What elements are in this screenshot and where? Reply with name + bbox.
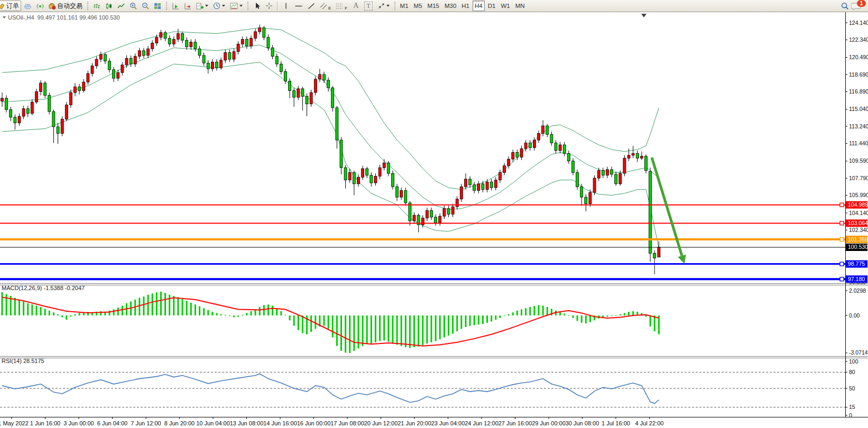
trendline-icon — [308, 3, 315, 10]
bar-chart-button[interactable] — [91, 1, 103, 11]
line-chart-button[interactable] — [115, 1, 127, 11]
horizontal-line-tool-button[interactable] — [292, 1, 305, 11]
macd-histogram-bar — [478, 315, 479, 324]
macd-histogram-bar — [362, 315, 364, 346]
vertical-line-tool-button[interactable] — [280, 1, 292, 11]
price-line-handle[interactable] — [840, 203, 844, 207]
cursor-tool-button[interactable] — [251, 1, 263, 11]
candle — [353, 172, 355, 184]
market-icon — [49, 3, 56, 10]
macd-histogram-bar — [2, 292, 3, 315]
time-axis-label: 17 Jun 08:00 — [330, 420, 364, 426]
label-tool-button[interactable]: T — [362, 1, 374, 11]
time-axis-label: 31 May 2022 — [0, 420, 29, 426]
price-line-handle[interactable] — [840, 277, 844, 281]
time-axis-label: 10 Jun 04:00 — [196, 420, 230, 426]
bar-chart-icon — [93, 3, 100, 10]
macd-histogram-bar — [495, 315, 496, 320]
macd-histogram-bar — [143, 296, 144, 315]
chart-shift-marker[interactable] — [641, 14, 647, 17]
zoom-in-button[interactable] — [127, 1, 139, 11]
text-tool-button[interactable]: A — [350, 1, 362, 11]
macd-histogram-bar — [109, 311, 110, 315]
notification-badge[interactable]: 1 — [857, 0, 866, 7]
fibonacci-tool-label: F — [345, 6, 347, 11]
arrows-tool-button[interactable] — [375, 1, 392, 11]
macd-histogram-bar — [572, 315, 574, 318]
candle — [653, 253, 656, 258]
cloud-icon — [24, 3, 32, 10]
candle — [245, 39, 248, 46]
macd-histogram-bar — [491, 315, 492, 322]
timeframe-button-m5[interactable]: M5 — [412, 1, 424, 11]
macd-histogram-bar — [620, 314, 621, 315]
timeframe-button-m1[interactable]: M1 — [398, 1, 411, 11]
macd-histogram-bar — [40, 307, 42, 315]
candle — [585, 197, 587, 204]
timeframe-button-m30[interactable]: M30 — [442, 1, 458, 11]
macd-histogram-bar — [645, 315, 647, 317]
new-order-label: 订单 — [6, 2, 19, 11]
auto-scroll-button[interactable] — [170, 1, 181, 11]
price-axis-label: 116.890 — [849, 88, 868, 95]
candle — [533, 140, 535, 147]
timeframe-button-d1[interactable]: D1 — [486, 1, 498, 11]
timeframe-button-h1[interactable]: H1 — [459, 1, 472, 11]
timeframe-button-mn[interactable]: MN — [513, 1, 527, 11]
templates-icon — [230, 3, 238, 10]
candle — [31, 102, 33, 114]
periods-button[interactable] — [211, 1, 227, 11]
price-axis-label: 124.140 — [849, 20, 868, 26]
candle — [550, 134, 553, 143]
tile-windows-button[interactable] — [152, 1, 163, 11]
channel-tool-button[interactable]: E — [318, 1, 333, 11]
candle — [61, 119, 63, 134]
trend-arrow[interactable] — [652, 157, 682, 256]
auto-trading-button[interactable]: 自动交易 — [47, 1, 85, 11]
rsi-axis-label: 15 — [849, 404, 855, 410]
timeframe-button-w1[interactable]: W1 — [498, 1, 512, 11]
trendline-tool-button[interactable] — [306, 1, 317, 11]
macd-indicator-label: MACD(12,26,9) -1.5388 -0.2047 — [2, 285, 85, 291]
candle — [555, 143, 557, 151]
chart-shift-button[interactable] — [182, 1, 193, 11]
templates-button[interactable] — [228, 1, 245, 11]
candle — [172, 39, 175, 44]
time-axis-label: 23 Jun 04:00 — [431, 420, 465, 426]
candle — [26, 109, 29, 114]
macd-histogram-bar — [521, 309, 522, 315]
macd-histogram-bar — [169, 295, 170, 315]
candle — [632, 153, 634, 155]
macd-histogram-bar — [229, 315, 230, 316]
macd-histogram-bar — [233, 315, 235, 317]
indicators-button[interactable] — [194, 1, 210, 11]
timeframe-button-h4[interactable]: H4 — [473, 1, 485, 11]
fibonacci-tool-button[interactable]: F — [334, 1, 349, 11]
zoom-out-button[interactable] — [140, 1, 151, 11]
charts-cloud-button[interactable] — [22, 1, 34, 11]
candle — [301, 89, 304, 96]
macd-histogram-bar — [529, 307, 531, 315]
macd-histogram-bar — [422, 315, 423, 346]
candle — [250, 39, 253, 46]
macd-histogram-bar — [70, 315, 71, 317]
candlestick-button[interactable] — [103, 1, 115, 11]
trend-arrow-head[interactable] — [678, 255, 686, 264]
chart-area[interactable]: 124.140122.340120.490118.690116.890115.0… — [0, 12, 868, 428]
signals-button[interactable] — [34, 1, 46, 11]
timeframe-button-m15[interactable]: M15 — [426, 1, 441, 11]
chart-title-dropdown-icon[interactable] — [3, 16, 6, 18]
candle — [5, 98, 8, 110]
price-line-handle[interactable] — [840, 262, 844, 266]
price-line-handle[interactable] — [840, 221, 844, 225]
candle — [258, 28, 261, 32]
chat-button[interactable]: 1 — [851, 1, 865, 11]
new-order-button[interactable]: 订单 — [0, 1, 21, 11]
candle — [108, 61, 111, 70]
crosshair-tool-button[interactable] — [263, 1, 275, 11]
search-button[interactable] — [839, 1, 851, 11]
candle — [615, 174, 617, 184]
price-line-handle[interactable] — [840, 238, 844, 241]
macd-histogram-bar — [542, 306, 544, 315]
macd-axis-label: 0.00 — [849, 312, 860, 319]
